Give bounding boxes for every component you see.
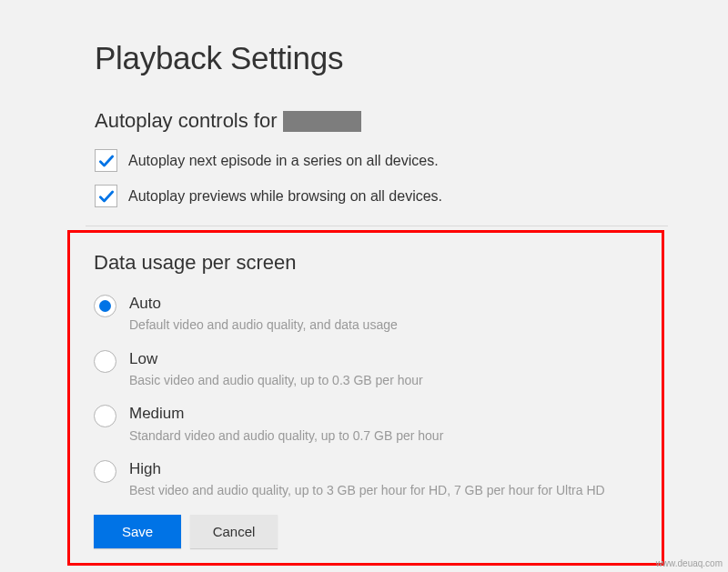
data-usage-option-low: Low Basic video and audio quality, up to… xyxy=(94,350,638,389)
button-row: Save Cancel xyxy=(94,515,638,548)
autoplay-previews-row: Autoplay previews while browsing on all … xyxy=(95,185,637,207)
autoplay-section-title: Autoplay controls for xyxy=(95,109,637,133)
data-usage-option-auto: Auto Default video and audio quality, an… xyxy=(94,295,638,334)
radio-low[interactable] xyxy=(94,350,116,373)
section-divider xyxy=(86,226,668,226)
radio-high-label: High xyxy=(129,460,638,478)
radio-auto-desc: Default video and audio quality, and dat… xyxy=(129,316,638,333)
autoplay-previews-label: Autoplay previews while browsing on all … xyxy=(128,188,442,205)
data-usage-highlight: Data usage per screen Auto Default video… xyxy=(67,230,664,566)
radio-high-desc: Best video and audio quality, up to 3 GB… xyxy=(129,482,638,498)
watermark: www.deuaq.com xyxy=(656,558,723,568)
data-usage-title: Data usage per screen xyxy=(94,251,638,275)
save-button[interactable]: Save xyxy=(94,515,181,548)
radio-low-label: Low xyxy=(129,350,638,368)
autoplay-next-episode-row: Autoplay next episode in a series on all… xyxy=(95,149,637,172)
radio-auto[interactable] xyxy=(94,295,116,317)
profile-name-redacted xyxy=(283,111,361,132)
page-title: Playback Settings xyxy=(95,40,637,76)
autoplay-next-episode-checkbox[interactable] xyxy=(95,149,117,172)
radio-auto-label: Auto xyxy=(129,295,638,313)
radio-medium[interactable] xyxy=(94,405,116,427)
radio-high[interactable] xyxy=(94,460,116,483)
radio-medium-desc: Standard video and audio quality, up to … xyxy=(129,427,638,444)
checkmark-icon xyxy=(97,187,116,206)
autoplay-title-prefix: Autoplay controls for xyxy=(95,109,278,133)
autoplay-previews-checkbox[interactable] xyxy=(95,185,117,207)
autoplay-next-episode-label: Autoplay next episode in a series on all… xyxy=(128,153,439,169)
radio-medium-label: Medium xyxy=(129,405,638,423)
data-usage-option-medium: Medium Standard video and audio quality,… xyxy=(94,405,638,444)
checkmark-icon xyxy=(97,152,116,170)
radio-low-desc: Basic video and audio quality, up to 0.3… xyxy=(129,372,638,388)
data-usage-option-high: High Best video and audio quality, up to… xyxy=(94,460,638,499)
cancel-button[interactable]: Cancel xyxy=(190,515,278,548)
